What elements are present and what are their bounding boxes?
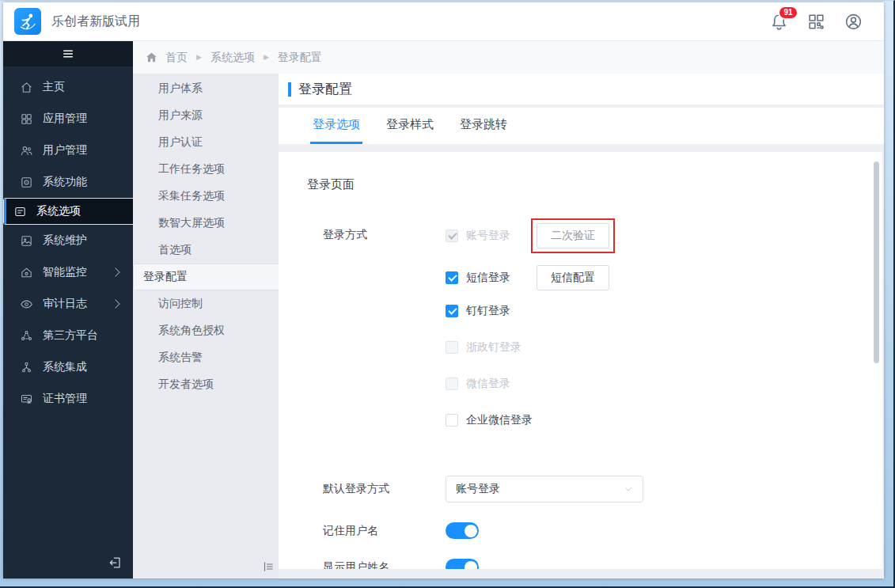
title-accent-bar [288,82,291,97]
default-method-row: 默认登录方式 账号登录 [323,476,882,503]
sidebar-item[interactable]: 系统功能 [3,166,133,198]
login-method-option-label: 钉钉登录 [466,304,510,318]
submenu-item[interactable]: 开发者选项 [133,371,279,398]
sidebar-item[interactable]: 系统集成 [3,351,133,383]
submenu-collapse-icon[interactable] [261,560,275,574]
login-method-option: 企业微信登录 [446,412,615,428]
login-method-checkbox[interactable] [446,341,458,354]
certificate-icon [20,393,33,406]
sidebar-collapse-toggle[interactable] [3,41,133,66]
qr-code-icon[interactable] [806,12,826,32]
switch-label: 记住用户名 [323,524,446,538]
breadcrumb-item[interactable]: 首页 [165,51,188,65]
platform-icon [20,329,33,343]
breadcrumb-home-icon[interactable] [145,51,158,64]
select-value: 账号登录 [456,482,500,496]
breadcrumb-item[interactable]: 登录配置 [278,51,322,65]
notification-badge: 91 [778,6,798,20]
home-icon [20,81,33,94]
login-method-option-label: 企业微信登录 [466,413,533,427]
login-method-checkbox[interactable] [446,230,458,242]
highlight-box: 二次验证 [531,218,615,253]
submenu-item[interactable]: 用户来源 [133,102,279,129]
runner-icon [17,11,38,32]
submenu-item[interactable]: 数智大屏选项 [133,210,279,237]
options-icon [13,205,27,218]
integration-icon [20,361,33,374]
login-method-option: 微信登录 [446,376,615,392]
sidebar-item[interactable]: 应用管理 [3,103,133,135]
sidebar-item[interactable]: 主页 [3,71,133,103]
sidebar-item[interactable]: 智能监控 [3,256,133,288]
main-content: 登录配置 登录选项 登录样式 [279,74,884,579]
login-method-option-label: 账号登录 [466,229,510,243]
secondary-sidebar: 用户体系 用户来源 用户认证 工作任务选项 [133,74,279,579]
option-action-button[interactable]: 二次验证 [537,223,609,248]
breadcrumb-item[interactable]: 系统选项 [210,51,255,65]
submenu-item[interactable]: 用户体系 [133,75,279,102]
toggle-switch[interactable] [446,522,479,539]
breadcrumb-separator-icon: ▶ [196,53,202,61]
tab-bar: 登录选项 登录样式 登录跳转 [279,108,884,144]
submenu-item[interactable]: 采集任务选项 [133,183,279,210]
users-icon [20,144,33,157]
page-title: 登录配置 [298,80,352,98]
submenu-item[interactable]: 系统告警 [133,344,279,371]
tab[interactable]: 登录样式 [384,108,436,144]
login-method-option: 钉钉登录 [446,303,615,319]
login-method-option-label: 微信登录 [466,377,510,391]
sidebar-item[interactable]: 审计日志 [3,288,133,320]
header-actions: 91 [769,12,863,32]
toggle-switch[interactable] [446,559,479,569]
login-method-checkbox[interactable] [446,414,458,427]
sidebar-item[interactable]: 系统维护 [3,225,133,256]
login-method-option: 浙政钉登录 [446,340,615,355]
sidebar-item[interactable]: 证书管理 [3,383,133,415]
app-title: 乐创者新版试用 [51,13,140,30]
tab[interactable]: 登录跳转 [457,108,510,144]
maintenance-icon [20,234,33,248]
submenu-item[interactable]: 系统角色授权 [133,317,279,344]
login-method-options: 账号登录 二次验证 短信登录 [446,219,615,449]
option-action-button[interactable]: 短信配置 [537,265,609,290]
login-method-checkbox[interactable] [446,305,458,317]
breadcrumb-separator-icon: ▶ [264,53,269,61]
chevron-down-icon [623,484,634,495]
apps-icon [20,112,33,126]
submenu-item[interactable]: 工作任务选项 [133,156,279,183]
submenu-item[interactable]: 访问控制 [133,290,279,317]
login-method-option: 账号登录 二次验证 [446,219,615,252]
main-sidebar: 主页 应用管理 用户管理 [3,41,133,579]
page-title-bar: 登录配置 [279,74,884,104]
login-method-checkbox[interactable] [446,271,458,284]
login-method-label: 登录方式 [323,219,446,449]
sidebar-item[interactable]: 用户管理 [3,135,133,166]
chevron-right-icon [111,267,119,276]
app-logo[interactable] [14,8,41,35]
submenu-item[interactable]: 用户认证 [133,129,279,156]
user-avatar-icon[interactable] [844,12,863,32]
scrollbar-thumb[interactable] [874,161,879,363]
app-window: 乐创者新版试用 91 主页 [3,2,884,579]
tab[interactable]: 登录选项 [310,108,362,144]
submenu-item[interactable]: 首选项 [133,237,279,264]
section-title: 登录页面 [307,177,882,192]
breadcrumb: 首页 ▶ 系统选项 ▶ 登录配置 [133,41,884,74]
audit-icon [20,298,33,311]
login-method-option-label: 短信登录 [466,271,510,285]
sidebar-exit-icon[interactable] [108,555,123,571]
top-header: 乐创者新版试用 91 [3,2,884,41]
switch-row: 记住用户名 [323,522,882,539]
chevron-right-icon [111,299,119,308]
default-login-method-select[interactable]: 账号登录 [446,476,643,503]
login-method-row: 登录方式 账号登录 二次验证 [323,219,882,449]
sidebar-nav: 主页 应用管理 用户管理 [3,66,133,415]
hamburger-icon [61,47,75,61]
login-method-checkbox[interactable] [446,377,458,390]
login-method-option-label: 浙政钉登录 [466,340,521,355]
sidebar-item[interactable]: 第三方平台 [3,320,133,351]
login-method-option: 短信登录 短信配置 [446,261,615,294]
window-frame: 乐创者新版试用 91 主页 [0,0,895,588]
notification-bell-icon[interactable]: 91 [769,12,789,32]
default-method-label: 默认登录方式 [323,482,446,496]
